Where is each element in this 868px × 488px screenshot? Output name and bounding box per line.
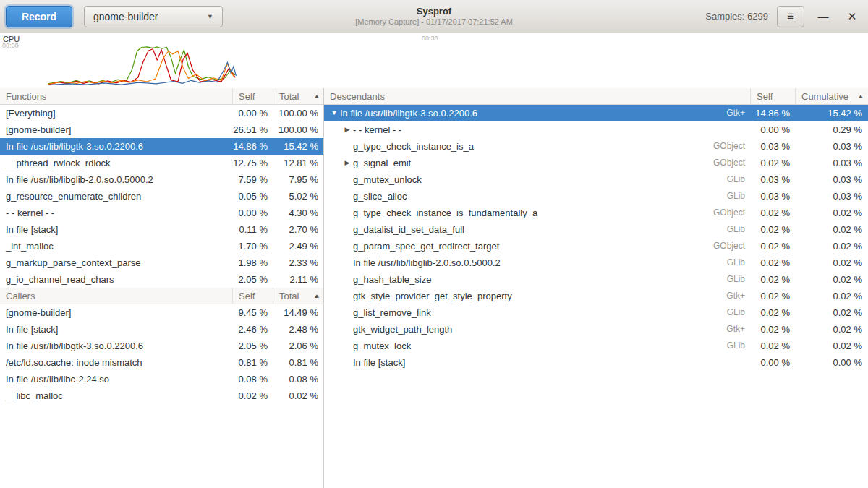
table-row[interactable]: In file /usr/lib/libgtk-3.so.0.2200.614.… [0, 138, 323, 155]
self-percent: 0.02 % [751, 288, 796, 304]
callers-table-body: [gnome-builder]9.45 %14.49 %In file [sta… [0, 304, 323, 404]
expander-closed-icon[interactable]: ▶ [341, 121, 353, 138]
record-button[interactable]: Record [6, 6, 72, 27]
table-row[interactable]: __pthread_rwlock_rdlock12.75 %12.81 % [0, 155, 323, 171]
table-row[interactable]: In file /usr/lib/libglib-2.0.so.0.5000.2… [0, 171, 323, 188]
table-row[interactable]: - - kernel - -0.00 %4.30 % [0, 205, 323, 221]
self-percent: 14.86 % [751, 105, 796, 121]
table-row[interactable]: [Everything]0.00 %100.00 % [0, 105, 323, 121]
table-row[interactable]: [gnome-builder]26.51 %100.00 % [0, 121, 323, 138]
cumulative-percent: 0.03 % [796, 138, 868, 155]
function-name: In file [stack] [353, 354, 405, 371]
total-percent: 12.81 % [273, 155, 324, 171]
functions-column-header[interactable]: Functions [0, 88, 233, 105]
function-name: gtk_widget_path_length [353, 321, 452, 338]
table-row[interactable]: g_mutex_lockGLib0.02 %0.02 % [324, 338, 868, 354]
function-name: [Everything] [0, 105, 233, 121]
function-name: g_resource_enumerate_children [0, 188, 233, 205]
descendant-name-cell: g_type_check_instance_is_aGObject [324, 138, 751, 155]
table-row[interactable]: g_datalist_id_set_data_fullGLib0.02 %0.0… [324, 221, 868, 238]
table-row[interactable]: ▶g_signal_emitGObject0.02 %0.03 % [324, 155, 868, 171]
table-row[interactable]: In file [stack]0.11 %2.70 % [0, 221, 323, 238]
table-row[interactable]: g_hash_table_sizeGLib0.02 %0.02 % [324, 271, 868, 288]
minimize-button[interactable]: — [813, 7, 833, 27]
sort-ascending-icon: ▲ [313, 288, 320, 304]
self-percent: 0.00 % [233, 105, 273, 121]
table-row[interactable]: In file [stack]2.46 %2.48 % [0, 321, 323, 338]
cumulative-percent: 0.00 % [796, 354, 868, 371]
total-column-header[interactable]: Total ▲ [273, 288, 324, 304]
table-row[interactable]: In file /usr/lib/libgtk-3.so.0.2200.62.0… [0, 338, 323, 354]
table-row[interactable]: ▶- - kernel - -0.00 %0.29 % [324, 121, 868, 138]
self-percent: 1.98 % [233, 254, 273, 271]
function-name: g_type_check_instance_is_fundamentally_a [353, 205, 537, 221]
expander-closed-icon[interactable]: ▶ [341, 155, 353, 171]
callers-column-header[interactable]: Callers [0, 288, 233, 304]
table-row[interactable]: __libc_malloc0.02 %0.02 % [0, 388, 323, 404]
menu-button[interactable]: ≡ [777, 6, 804, 27]
library-tag: GLib [727, 221, 751, 238]
descendant-name-cell: ▼In file /usr/lib/libgtk-3.so.0.2200.6Gt… [324, 105, 751, 121]
self-percent: 0.02 % [751, 221, 796, 238]
table-row[interactable]: g_io_channel_read_chars2.05 %2.11 % [0, 271, 323, 288]
table-row[interactable]: g_markup_parse_context_parse1.98 %2.33 % [0, 254, 323, 271]
table-row[interactable]: In file /usr/lib/libglib-2.0.so.0.5000.2… [324, 254, 868, 271]
expander-open-icon[interactable]: ▼ [328, 105, 340, 121]
table-row[interactable]: /etc/ld.so.cache: inode mismatch0.81 %0.… [0, 354, 323, 371]
process-selector-dropdown[interactable]: gnome-builder ▼ [84, 6, 223, 27]
function-name: [gnome-builder] [0, 121, 233, 138]
total-percent: 2.49 % [273, 238, 324, 254]
cumulative-percent: 0.03 % [796, 188, 868, 205]
table-row[interactable]: g_param_spec_get_redirect_targetGObject0… [324, 238, 868, 254]
table-row[interactable]: gtk_widget_path_lengthGtk+0.02 %0.02 % [324, 321, 868, 338]
descendant-name-cell: g_type_check_instance_is_fundamentally_a… [324, 205, 751, 221]
library-tag: GLib [727, 188, 751, 205]
table-row[interactable]: g_mutex_unlockGLib0.03 %0.03 % [324, 171, 868, 188]
self-percent: 2.05 % [233, 271, 273, 288]
table-row[interactable]: In file /usr/lib/libc-2.24.so0.08 %0.08 … [0, 371, 323, 388]
cpu-series-cpu0 [48, 47, 235, 84]
function-name: g_datalist_id_set_data_full [353, 221, 464, 238]
function-name: In file /usr/lib/libglib-2.0.so.0.5000.2 [0, 171, 233, 188]
table-row[interactable]: g_list_remove_linkGLib0.02 %0.02 % [324, 304, 868, 321]
table-row[interactable]: [gnome-builder]9.45 %14.49 % [0, 304, 323, 321]
table-row[interactable]: g_slice_allocGLib0.03 %0.03 % [324, 188, 868, 205]
cumulative-percent: 0.02 % [796, 205, 868, 221]
function-name: g_mutex_unlock [353, 171, 422, 188]
library-tag: GObject [713, 238, 751, 254]
profile-panes: Functions Self Total ▲ [Everything]0.00 … [0, 88, 868, 488]
descendant-name-cell: In file [stack] [324, 354, 751, 371]
cumulative-column-header[interactable]: Cumulative ▲ [796, 88, 868, 105]
table-row[interactable]: g_type_check_instance_is_fundamentally_a… [324, 205, 868, 221]
self-percent: 14.86 % [233, 138, 273, 155]
cpu-timeline[interactable]: CPU 00:00 00:30 [0, 33, 868, 88]
table-row[interactable]: g_resource_enumerate_children0.05 %5.02 … [0, 188, 323, 205]
self-percent: 0.02 % [751, 155, 796, 171]
self-percent: 0.00 % [233, 205, 273, 221]
table-row[interactable]: In file [stack]0.00 %0.00 % [324, 354, 868, 371]
self-percent: 0.02 % [751, 338, 796, 354]
table-row[interactable]: _int_malloc1.70 %2.49 % [0, 238, 323, 254]
self-column-header[interactable]: Self [233, 88, 273, 105]
cumulative-percent: 0.03 % [796, 155, 868, 171]
total-column-header[interactable]: Total ▲ [273, 88, 324, 105]
table-row[interactable]: ▼In file /usr/lib/libgtk-3.so.0.2200.6Gt… [324, 105, 868, 121]
self-column-header[interactable]: Self [751, 88, 796, 105]
app-title: Sysprof [355, 6, 513, 17]
descendant-name-cell: g_hash_table_sizeGLib [324, 271, 751, 288]
self-percent: 2.46 % [233, 321, 273, 338]
function-name: g_type_check_instance_is_a [353, 138, 474, 155]
window-title-block: Sysprof [Memory Capture] - 01/17/2017 07… [355, 6, 513, 27]
table-row[interactable]: g_type_check_instance_is_aGObject0.03 %0… [324, 138, 868, 155]
self-percent: 1.70 % [233, 238, 273, 254]
table-row[interactable]: gtk_style_provider_get_style_propertyGtk… [324, 288, 868, 304]
self-column-header[interactable]: Self [233, 288, 273, 304]
function-name: g_list_remove_link [353, 304, 431, 321]
self-percent: 0.00 % [751, 121, 796, 138]
close-button[interactable]: ✕ [842, 7, 862, 27]
samples-count: Samples: 6299 [705, 11, 768, 22]
header-right-cluster: Samples: 6299 ≡ — ✕ [705, 6, 862, 27]
sort-ascending-icon: ▲ [313, 89, 320, 105]
self-percent: 0.02 % [751, 271, 796, 288]
descendants-column-header[interactable]: Descendants [324, 88, 751, 105]
